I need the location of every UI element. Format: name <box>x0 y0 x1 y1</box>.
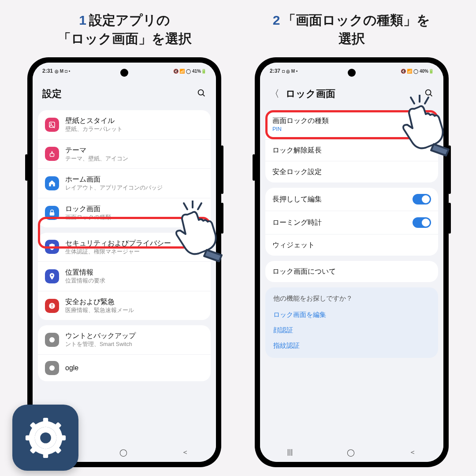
step-text-1: 設定アプリの <box>89 13 170 27</box>
app-header: 〈 ロック画面 <box>260 79 443 107</box>
status-right-icons: 🔇 📶 ◯ 40%🔋 <box>401 69 434 74</box>
svg-line-16 <box>430 94 432 96</box>
list-item[interactable]: ロック解除延長 <box>265 140 438 161</box>
toggle-switch[interactable] <box>413 194 431 205</box>
list-item[interactable]: ロック画面について <box>265 261 438 282</box>
svg-rect-8 <box>52 304 52 306</box>
status-left-icons: ◘ ◎ M • <box>282 69 298 74</box>
list-item-title: ogle <box>65 364 204 372</box>
list-item-title: ロック解除延長 <box>272 146 431 155</box>
step-text-2: 「ロック画面」を選択 <box>58 31 192 46</box>
app-header: 設定 <box>33 79 216 107</box>
nav-bar: ||| ◯ ＜ <box>260 443 443 462</box>
status-time: 2:31 <box>42 68 53 74</box>
svg-point-3 <box>50 123 52 124</box>
list-item[interactable]: 安全ロック設定 <box>265 161 438 182</box>
list-item[interactable]: 位置情報位置情報の要求 <box>38 262 211 291</box>
svg-rect-22 <box>43 451 48 457</box>
svg-line-1 <box>203 94 205 96</box>
also-link[interactable]: ロック画面を編集 <box>273 307 430 323</box>
also-link[interactable]: 顔認証 <box>273 323 430 338</box>
list-item-title: ロック画面 <box>65 205 204 213</box>
svg-point-15 <box>426 90 431 95</box>
also-link[interactable]: 指紋認証 <box>273 338 430 353</box>
settings-group: セキュリティおよびプライバシー生体認証、権限マネージャー位置情報位置情報の要求安… <box>38 233 211 320</box>
back-icon[interactable]: 〈 <box>270 87 279 100</box>
svg-rect-4 <box>50 154 54 157</box>
list-item[interactable]: テーマテーマ、壁紙、アイコン <box>38 140 211 169</box>
settings-group: ウントとバックアップントを管理、Smart Switchogle <box>38 325 211 381</box>
lock-icon <box>45 206 59 220</box>
list-item-title: ウントとバックアップ <box>65 331 204 340</box>
svg-point-30 <box>40 432 51 443</box>
shield-icon <box>45 240 59 254</box>
step-text-2: 選択 <box>338 31 365 46</box>
status-time: 2:37 <box>270 68 280 74</box>
svg-rect-24 <box>59 435 65 440</box>
svg-point-0 <box>198 90 204 95</box>
camera-hole <box>120 69 128 77</box>
list-item-title: 長押しして編集 <box>272 195 406 204</box>
list-item-sub: レイアウト、アプリアイコンのバッジ <box>65 185 204 192</box>
google-icon <box>45 361 59 375</box>
search-icon[interactable] <box>424 88 434 100</box>
phone-frame-2: 2:37 ◘ ◎ M • 🔇 📶 ◯ 40%🔋 〈 ロック画面 画面ロックの種類… <box>255 57 449 467</box>
nav-home[interactable]: ◯ <box>119 448 127 457</box>
phone-screen: 2:31 ◎ M ◘ • 🔇 📶 ◯ 41%🔋 設定 壁紙とスタイル壁紙、カラー… <box>33 63 216 462</box>
list-item-sub: テーマ、壁紙、アイコン <box>65 156 204 163</box>
list-item-title: ウィジェット <box>272 241 431 249</box>
step-number: 1 <box>79 13 86 27</box>
list-item[interactable]: ローミング時計 <box>265 211 438 234</box>
list-item-sub: 医療情報、緊急速報メール <box>65 307 204 314</box>
step-2-title: 2「画面ロックの種類」を 選択 <box>245 11 458 48</box>
gear-icon <box>25 417 67 459</box>
list-item-title: ローミング時計 <box>272 218 406 227</box>
page-title: ロック画面 <box>286 87 335 100</box>
list-item-sub: 画面ロックの種類 <box>65 214 204 221</box>
list-item-title: ホーム画面 <box>65 175 204 184</box>
home-icon <box>45 176 59 190</box>
nav-back[interactable]: ＜ <box>409 448 416 457</box>
list-item-sub: 位置情報の要求 <box>65 278 204 285</box>
list-item[interactable]: 長押しして編集 <box>265 188 438 211</box>
list-item[interactable]: ウィジェット <box>265 234 438 256</box>
status-right-icons: 🔇 📶 ◯ 41%🔋 <box>173 69 206 74</box>
list-item[interactable]: ウントとバックアップントを管理、Smart Switch <box>38 325 211 355</box>
phone-volume-button <box>221 145 223 194</box>
list-item[interactable]: 画面ロックの種類PIN <box>265 110 438 140</box>
account-icon <box>45 333 59 347</box>
emergency-icon <box>45 299 59 313</box>
toggle-switch[interactable] <box>413 217 431 228</box>
phone-side-button <box>25 154 28 181</box>
list-item[interactable]: ogle <box>38 355 211 381</box>
list-item[interactable]: 壁紙とスタイル壁紙、カラーパレット <box>38 110 211 140</box>
phone-volume-button <box>448 145 451 194</box>
settings-app-icon <box>12 405 78 471</box>
settings-group: 画面ロックの種類PINロック解除延長安全ロック設定 <box>265 110 438 182</box>
list-item[interactable]: ロック画面画面ロックの種類 <box>38 198 211 227</box>
settings-group: 長押しして編集ローミング時計ウィジェット <box>265 188 438 256</box>
search-icon[interactable] <box>197 88 206 100</box>
phone-power-button <box>221 203 223 234</box>
status-left-icons: ◎ M ◘ • <box>55 69 70 74</box>
image-icon <box>45 118 59 132</box>
step-1-title: 1設定アプリの 「ロック画面」を選択 <box>18 11 231 48</box>
step-text-1: 「画面ロックの種類」を <box>283 13 430 27</box>
svg-point-11 <box>49 365 55 371</box>
location-icon <box>45 269 59 283</box>
list-item[interactable]: ホーム画面レイアウト、アプリアイコンのバッジ <box>38 169 211 198</box>
also-heading: 他の機能をお探しですか？ <box>273 294 430 303</box>
list-item-title: ロック画面について <box>272 267 431 276</box>
list-item-sub: ントを管理、Smart Switch <box>65 341 204 348</box>
list-item[interactable]: セキュリティおよびプライバシー生体認証、権限マネージャー <box>38 233 211 262</box>
list-item-title: 安全ロック設定 <box>272 167 431 176</box>
list-item[interactable]: 安全および緊急医療情報、緊急速報メール <box>38 291 211 320</box>
svg-rect-23 <box>25 435 32 440</box>
nav-home[interactable]: ◯ <box>347 448 355 457</box>
svg-rect-5 <box>50 212 55 216</box>
phone-screen: 2:37 ◘ ◎ M • 🔇 📶 ◯ 40%🔋 〈 ロック画面 画面ロックの種類… <box>260 63 443 462</box>
nav-back[interactable]: ＜ <box>182 448 189 457</box>
nav-recent[interactable]: ||| <box>287 448 293 456</box>
list-item-title: テーマ <box>65 146 204 155</box>
list-item-title: 画面ロックの種類 <box>272 116 431 125</box>
